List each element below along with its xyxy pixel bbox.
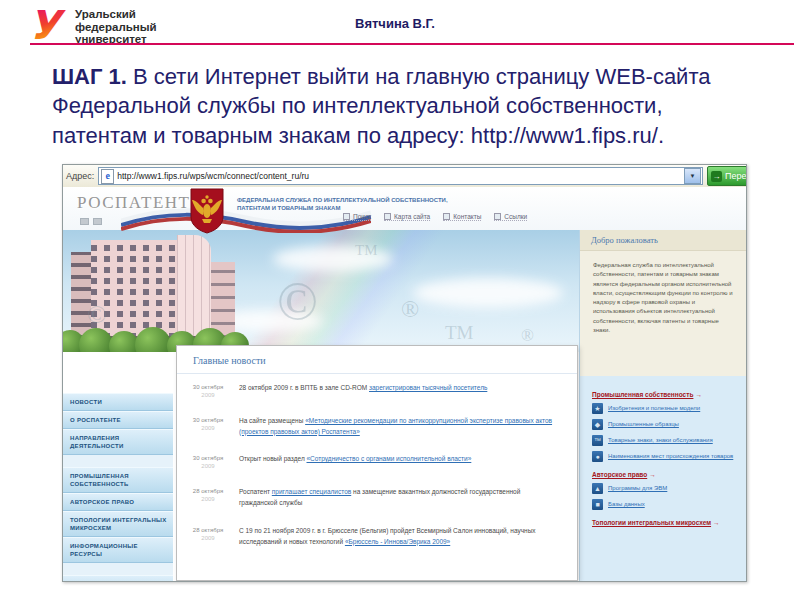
news-row: 30 октября2009 На сайте размещены «Метод… <box>177 407 577 445</box>
nav-item-industrial-property[interactable]: ПРОМЫШЛЕННАЯ СОБСТВЕННОСТЬ <box>63 467 173 493</box>
copyright-watermark: © <box>87 300 107 330</box>
news-link[interactable]: приглашает специалистов <box>272 488 351 495</box>
nav-item-information-resources[interactable]: ИНФОРМАЦИОННЫЕ РЕСУРСЫ <box>63 537 173 563</box>
slide-author: Вятчина В.Г. <box>0 16 790 31</box>
presentation-slide: У Уральский федеральный университет Вятч… <box>0 0 800 600</box>
address-label: Адрес: <box>66 171 94 181</box>
header-divider <box>30 43 794 45</box>
step-text: В сети Интернет выйти на главную страниц… <box>52 64 710 148</box>
address-url[interactable]: http://www1.fips.ru/wps/wcm/connect/cont… <box>117 171 681 181</box>
news-date: 28 октября2009 <box>177 526 239 547</box>
nav-item-contacts[interactable]: КОНТАКТЫ <box>63 575 173 581</box>
go-arrow-icon: → <box>711 171 722 182</box>
agency-name: ФЕДЕРАЛЬНАЯ СЛУЖБА ПО ИНТЕЛЛЕКТУАЛЬНОЙ С… <box>237 196 448 212</box>
news-text: На сайте размещены «Методические рекомен… <box>239 416 569 437</box>
section-industrial-property[interactable]: Промышленная собственность→ <box>592 391 738 398</box>
bullet-icon <box>343 213 350 220</box>
menu-item-contacts[interactable]: Контакты <box>443 213 481 221</box>
news-link[interactable]: зарегистрирован тысячный посетитель <box>369 384 487 391</box>
left-column: НОВОСТИ О РОСПАТЕНТЕ НАПРАВЛЕНИЯ ДЕЯТЕЛЬ… <box>63 352 176 581</box>
news-title: Главные новости <box>177 346 577 374</box>
database-icon: ■ <box>592 499 603 510</box>
address-dropdown-icon[interactable]: ▼ <box>684 168 701 184</box>
fips-site: РОСПАТЕНТ <box>63 187 746 581</box>
site-menu: Поиск Карта сайта Контакты Ссылки <box>343 213 527 221</box>
flag-icon <box>80 218 89 225</box>
menu-item-links[interactable]: Ссылки <box>494 213 527 221</box>
nav-item-activities[interactable]: НАПРАВЛЕНИЯ ДЕЯТЕЛЬНОСТИ <box>63 429 173 455</box>
step-instruction: ШАГ 1. В сети Интернет выйти на главную … <box>52 62 752 150</box>
registered-watermark: ® <box>521 326 534 346</box>
globe-icon: ● <box>592 451 603 462</box>
nav-spacer <box>63 563 173 575</box>
browser-window: Адрес: e http://www1.fips.ru/wps/wcm/con… <box>62 164 747 582</box>
news-panel: Главные новости 30 октября2009 28 октябр… <box>176 345 578 581</box>
news-text: Открыт новый раздел «Сотрудничество с ор… <box>239 454 569 470</box>
arrow-icon: → <box>649 471 656 478</box>
news-row: 28 октября2009 Роспатент приглашает спец… <box>177 478 577 516</box>
cloud <box>413 278 563 308</box>
link-appellations[interactable]: ● Наименования мест происхождения товаро… <box>592 451 738 462</box>
arrow-icon: → <box>713 519 720 526</box>
news-text: С 19 по 21 ноября 2009 г. в г. Брюсселе … <box>239 526 569 547</box>
flag-icon <box>93 218 102 225</box>
news-date: 28 октября2009 <box>177 487 239 508</box>
section-topologies[interactable]: Топологии интегральных микросхем→ <box>592 519 738 526</box>
welcome-text: Федеральная служба по интеллектуальной с… <box>580 251 746 335</box>
welcome-panel: Добро пожаловать Федеральная служба по и… <box>579 230 746 376</box>
design-icon: ◆ <box>592 419 603 430</box>
news-date: 30 октября2009 <box>177 416 239 437</box>
lang-icons[interactable] <box>80 218 102 225</box>
nav-item-news[interactable]: НОВОСТИ <box>63 393 173 411</box>
arrow-icon: → <box>695 391 702 398</box>
ie-page-icon: e <box>101 169 114 184</box>
invention-icon: ★ <box>592 403 603 414</box>
link-trademarks[interactable]: ™ Товарные знаки, знаки обслуживания <box>592 435 738 446</box>
coat-of-arms-icon <box>189 188 225 234</box>
menu-item-sitemap[interactable]: Карта сайта <box>384 213 430 221</box>
copyright-watermark: © <box>277 270 318 332</box>
news-row: 28 октября2009 С 19 по 21 ноября 2009 г.… <box>177 517 577 555</box>
trademark-watermark: TM <box>445 322 474 344</box>
bullet-icon <box>384 213 391 220</box>
news-text: Роспатент приглашает специалистов на зам… <box>239 487 569 508</box>
registered-watermark: ® <box>401 296 419 323</box>
program-icon: ▲ <box>592 483 603 494</box>
bullet-icon <box>494 213 501 220</box>
news-date: 30 октября2009 <box>177 383 239 399</box>
link-databases[interactable]: ■ Базы данных <box>592 499 738 510</box>
banner-photo: © TM ® TM © ® <box>63 230 579 352</box>
menu-item-search[interactable]: Поиск <box>343 213 371 221</box>
news-date: 30 октября2009 <box>177 454 239 470</box>
trademark-watermark: TM <box>355 242 378 259</box>
step-label: ШАГ 1. <box>52 64 127 89</box>
section-copyright[interactable]: Авторское право→ <box>592 471 738 478</box>
news-link[interactable]: «Сотрудничество с органами исполнительно… <box>307 455 472 462</box>
nav-spacer <box>63 455 173 467</box>
go-button[interactable]: → Переход <box>707 166 746 186</box>
news-row: 30 октября2009 Открыт новый раздел «Сотр… <box>177 445 577 478</box>
nav-item-topologies[interactable]: ТОПОЛОГИИ ИНТЕГРАЛЬНЫХ МИКРОСХЕМ <box>63 511 173 537</box>
rospatent-building-photo <box>63 230 243 352</box>
link-industrial-designs[interactable]: ◆ Промышленные образцы <box>592 419 738 430</box>
nav-item-copyright[interactable]: АВТОРСКОЕ ПРАВО <box>63 493 173 511</box>
trademark-icon: ™ <box>592 435 603 446</box>
news-text: 28 октября 2009 г. в ВПТБ в зале CD-ROM … <box>239 383 569 399</box>
browser-address-bar: Адрес: e http://www1.fips.ru/wps/wcm/con… <box>63 165 746 188</box>
site-header: РОСПАТЕНТ <box>63 187 746 231</box>
welcome-title: Добро пожаловать <box>580 230 746 251</box>
left-nav: НОВОСТИ О РОСПАТЕНТЕ НАПРАВЛЕНИЯ ДЕЯТЕЛЬ… <box>63 393 173 581</box>
news-link[interactable]: «Брюссель - Иннова/Эврика 2009» <box>345 538 450 545</box>
link-computer-programs[interactable]: ▲ Программы для ЭВМ <box>592 483 738 494</box>
nav-item-about[interactable]: О РОСПАТЕНТЕ <box>63 411 173 429</box>
address-input[interactable]: e http://www1.fips.ru/wps/wcm/connect/co… <box>98 167 703 185</box>
bullet-icon <box>443 213 450 220</box>
link-inventions[interactable]: ★ Изобретения и полезные модели <box>592 403 738 414</box>
go-button-label: Переход <box>725 171 746 181</box>
news-row: 30 октября2009 28 октября 2009 г. в ВПТБ… <box>177 374 577 407</box>
right-links-panel: Промышленная собственность→ ★ Изобретени… <box>579 376 746 581</box>
